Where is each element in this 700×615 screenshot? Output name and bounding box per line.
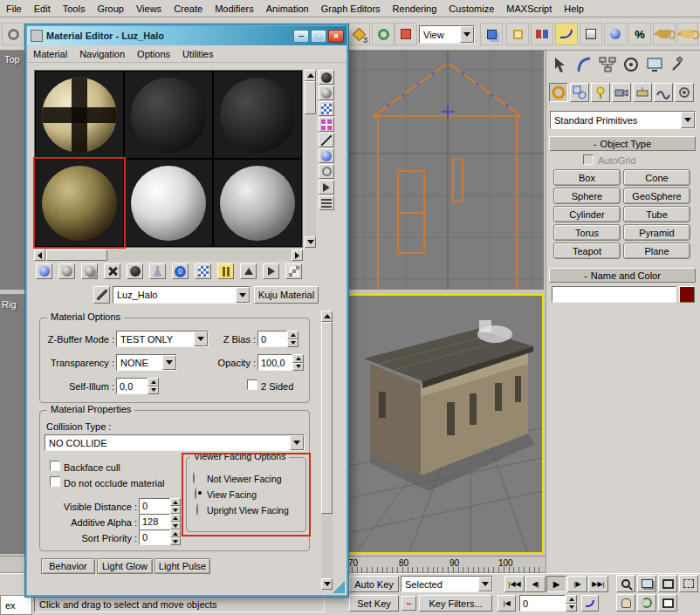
sample-slot-3[interactable] bbox=[213, 71, 302, 159]
spinner-up[interactable] bbox=[287, 331, 299, 339]
tab-hierarchy[interactable] bbox=[597, 54, 618, 75]
rollout-scroll-up[interactable] bbox=[321, 311, 333, 322]
zbias-field[interactable]: 0 bbox=[257, 331, 287, 347]
tab-modify[interactable] bbox=[573, 54, 594, 75]
object-button-cone[interactable]: Cone bbox=[623, 169, 690, 186]
set-key-button[interactable]: Set Key bbox=[349, 595, 399, 612]
object-color-swatch[interactable] bbox=[679, 286, 695, 303]
zbuffer-arrow[interactable] bbox=[194, 331, 208, 346]
video-color-check-icon[interactable] bbox=[319, 133, 334, 147]
zoom-icon[interactable] bbox=[616, 575, 635, 592]
key-filters-button[interactable]: Key Filters... bbox=[419, 595, 492, 612]
radio-upright-view-facing[interactable] bbox=[196, 503, 198, 516]
opacity-field[interactable]: 100,0 bbox=[257, 354, 292, 371]
zoom-all-icon[interactable] bbox=[637, 575, 656, 592]
collision-type-arrow[interactable] bbox=[290, 435, 304, 450]
selfillum-field[interactable]: 0,0 bbox=[116, 378, 148, 394]
spinner-down[interactable] bbox=[170, 506, 181, 514]
category-systems-icon[interactable] bbox=[675, 83, 694, 102]
go-to-parent-icon[interactable] bbox=[240, 263, 257, 279]
spinner-up[interactable] bbox=[170, 498, 181, 506]
selection-set-arrow[interactable] bbox=[478, 577, 492, 591]
play-button[interactable]: ▶ bbox=[546, 576, 566, 592]
arc-rotate-icon[interactable] bbox=[637, 594, 656, 612]
options-icon[interactable] bbox=[319, 164, 334, 179]
rollout-object-type[interactable]: - Object Type bbox=[549, 136, 696, 151]
tab-utilities[interactable] bbox=[668, 54, 689, 75]
additive-alpha-field[interactable]: 128 bbox=[139, 514, 170, 530]
scroll-thumb-horizontal[interactable] bbox=[46, 249, 107, 261]
spinner-down[interactable] bbox=[292, 363, 304, 372]
put-to-scene-icon[interactable] bbox=[58, 263, 75, 279]
go-to-start-button[interactable]: |◀◀ bbox=[504, 576, 525, 592]
object-button-sphere[interactable]: Sphere bbox=[553, 188, 621, 204]
material-editor-titlebar[interactable]: Material Editor - Luz_Halo – □ × bbox=[27, 26, 347, 45]
behavior-tab-button[interactable]: Behavior bbox=[41, 558, 95, 574]
menu-modifiers[interactable]: Modifiers bbox=[209, 0, 260, 17]
material-name-dropdown[interactable]: Luz_Halo bbox=[113, 286, 250, 304]
put-to-library-icon[interactable] bbox=[149, 263, 166, 279]
object-button-plane[interactable]: Plane bbox=[623, 243, 690, 259]
menu-rendering[interactable]: Rendering bbox=[387, 0, 443, 17]
use-pivot-center-icon[interactable] bbox=[480, 23, 503, 45]
maximize-viewport-icon[interactable] bbox=[658, 594, 677, 612]
slots-horizontal-scrollbar[interactable] bbox=[34, 249, 303, 261]
get-material-icon[interactable] bbox=[36, 263, 52, 279]
menu-group[interactable]: Group bbox=[91, 0, 130, 17]
spinner-down[interactable] bbox=[170, 522, 181, 530]
sample-type-icon[interactable] bbox=[319, 70, 334, 85]
reference-coordinate-dropdown[interactable]: View bbox=[419, 25, 475, 44]
spinner-down[interactable] bbox=[170, 537, 181, 545]
rollout-scroll-down[interactable] bbox=[321, 578, 333, 590]
object-button-geosphere[interactable]: GeoSphere bbox=[623, 188, 690, 204]
sample-slot-2[interactable] bbox=[124, 71, 213, 159]
menu-help[interactable]: Help bbox=[558, 0, 590, 17]
visible-distance-field[interactable]: 0 bbox=[139, 498, 170, 514]
next-frame-button[interactable]: |▶ bbox=[567, 576, 587, 592]
background-icon[interactable] bbox=[319, 101, 334, 116]
zoom-extents-icon[interactable] bbox=[658, 575, 677, 592]
maxscript-mini-listener[interactable]: ex bbox=[0, 595, 32, 615]
spinner-down[interactable] bbox=[287, 339, 299, 348]
stairs-icon[interactable] bbox=[285, 263, 302, 279]
viewport-top-label[interactable]: Top bbox=[4, 54, 20, 65]
spinner-up[interactable] bbox=[566, 595, 577, 604]
previous-frame-button[interactable]: ◀| bbox=[525, 576, 546, 592]
category-shapes-icon[interactable] bbox=[570, 83, 589, 102]
mirror-icon[interactable] bbox=[531, 23, 553, 45]
make-unique-icon[interactable] bbox=[127, 263, 143, 279]
radio-view-facing[interactable] bbox=[195, 488, 196, 500]
me-menu-options[interactable]: Options bbox=[131, 45, 176, 63]
scroll-right-button[interactable] bbox=[292, 249, 303, 261]
go-forward-sibling-icon[interactable] bbox=[263, 263, 279, 279]
category-spacewarps-icon[interactable] bbox=[654, 83, 673, 102]
resize-grip[interactable] bbox=[333, 581, 345, 593]
pan-icon[interactable] bbox=[616, 594, 635, 612]
viewport-front[interactable] bbox=[347, 51, 544, 290]
light-pulse-tab-button[interactable]: Light Pulse bbox=[154, 558, 210, 574]
curve-editor-icon[interactable] bbox=[555, 23, 578, 45]
category-geometry-icon[interactable] bbox=[549, 83, 568, 102]
category-helpers-icon[interactable] bbox=[633, 83, 652, 102]
menu-maxscript[interactable]: MAXScript bbox=[500, 0, 558, 17]
spinner-down[interactable] bbox=[566, 604, 577, 612]
previous-key-button[interactable]: |◀ bbox=[498, 595, 516, 612]
menu-file[interactable]: File bbox=[0, 0, 28, 17]
object-name-input[interactable] bbox=[552, 286, 676, 303]
go-to-end-button[interactable]: ▶▶| bbox=[588, 576, 608, 592]
close-button[interactable]: × bbox=[328, 30, 344, 43]
backface-cull-checkbox[interactable] bbox=[50, 461, 60, 471]
category-cameras-icon[interactable] bbox=[612, 83, 631, 102]
transparency-dropdown[interactable]: NONE bbox=[116, 354, 177, 371]
menu-graph-editors[interactable]: Graph Editors bbox=[315, 0, 387, 17]
select-and-rotate-icon[interactable] bbox=[372, 23, 395, 45]
primitives-category-dropdown[interactable]: Standard Primitives bbox=[550, 111, 696, 129]
sort-priority-field[interactable]: 0 bbox=[139, 530, 170, 545]
autogrid-checkbox[interactable] bbox=[583, 154, 594, 165]
selection-set-dropdown[interactable]: Selected bbox=[401, 576, 493, 592]
tab-display[interactable] bbox=[644, 54, 665, 75]
reference-coordinate-arrow[interactable] bbox=[460, 26, 474, 43]
viewport-perspective-active[interactable] bbox=[347, 294, 544, 554]
show-map-in-viewport-icon[interactable] bbox=[195, 263, 211, 279]
viewport-right-label[interactable]: Rig bbox=[2, 299, 17, 310]
